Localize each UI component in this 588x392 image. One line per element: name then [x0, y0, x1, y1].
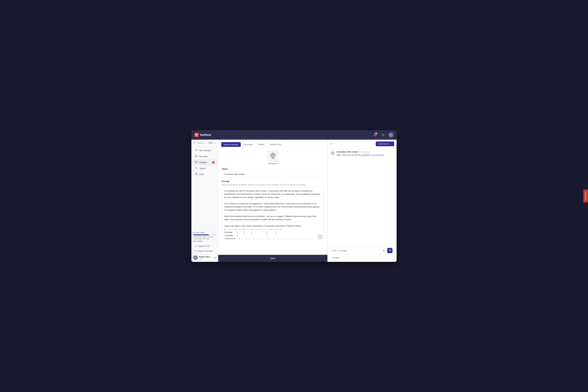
- svg-rect-1: [197, 134, 198, 135]
- my-assistant-icon: [195, 149, 198, 152]
- weather-icon[interactable]: [380, 132, 386, 138]
- feedback-tab[interactable]: Feedback: [584, 190, 588, 202]
- chat-header: ↺ Use this bot →: [328, 140, 396, 148]
- main-layout: Search ... ⌘+K « My Assistant: [192, 140, 396, 262]
- chat-message: Innovative dish creator 3 minutes ago He…: [330, 151, 394, 157]
- svg-point-4: [382, 134, 384, 136]
- sidebar-item-my-tasks[interactable]: My Tasks: [192, 154, 217, 159]
- send-button[interactable]: [387, 248, 392, 253]
- name-label: Name: [222, 168, 324, 170]
- name-input[interactable]: [222, 171, 324, 177]
- use-bot-button[interactable]: Use this bot →: [376, 142, 394, 146]
- prompt-textarea[interactable]: [222, 187, 324, 239]
- tab-widget-inbox[interactable]: Widget inbox: [268, 142, 284, 147]
- refresh-button[interactable]: ↺: [330, 142, 332, 145]
- svg-point-18: [196, 168, 196, 168]
- my-tasks-icon: [195, 155, 198, 158]
- svg-point-29: [272, 152, 273, 153]
- svg-line-11: [382, 136, 382, 136]
- support-button[interactable]: Support and Help: [193, 249, 216, 253]
- user-name: Karen's Wo ▾: [199, 256, 213, 258]
- svg-point-13: [194, 142, 195, 143]
- svg-marker-20: [194, 245, 196, 247]
- upgrade-plan-button[interactable]: Upgrade Plan: [193, 244, 216, 248]
- more-details-link[interactable]: More details →: [193, 240, 204, 242]
- svg-rect-2: [196, 135, 196, 136]
- search-icon: [194, 142, 196, 144]
- chat-sender-name: Innovative dish creator: [336, 151, 358, 153]
- settings-body: Bot avatar Name Prompt Instruct your bot…: [218, 147, 328, 255]
- app-logo: Swiftask: [194, 133, 211, 137]
- svg-rect-15: [196, 149, 197, 150]
- name-form-group: Name: [222, 168, 324, 177]
- chat-input-area: Prompts: [328, 244, 396, 262]
- projects-icon: [195, 161, 198, 164]
- microphone-button[interactable]: [382, 248, 386, 253]
- projects-badge: 2: [212, 162, 215, 164]
- topbar: Swiftask 54: [192, 130, 396, 140]
- credit-section: Current credit Remaining credit : 135 66…: [193, 232, 216, 242]
- collapse-sidebar-button[interactable]: «: [215, 142, 216, 144]
- svg-point-19: [196, 173, 197, 174]
- prompts-button[interactable]: Prompts: [330, 256, 342, 260]
- sidebar-search: Search ... ⌘+K «: [192, 140, 218, 146]
- sidebar-actions: Upgrade Plan Support and Help: [193, 244, 216, 253]
- settings-tabs: General settings Developer Widget Widget…: [218, 140, 328, 147]
- sidebar: Search ... ⌘+K « My Assistant: [192, 140, 218, 262]
- notifications-badge: 54: [375, 132, 378, 134]
- chat-text-input[interactable]: [332, 250, 380, 252]
- topbar-icons: 54 K: [372, 132, 394, 138]
- prompt-form-group: Prompt Instruct your bot on its behavior…: [222, 180, 324, 240]
- svg-rect-3: [197, 135, 198, 136]
- sidebar-item-label: My Tasks: [199, 155, 208, 158]
- bot-avatar-section: Bot avatar: [222, 151, 324, 164]
- total-credit: Total credit : 200 000: [193, 238, 216, 240]
- tab-general-settings[interactable]: General settings: [221, 142, 241, 147]
- save-bar[interactable]: Save: [218, 255, 328, 262]
- svg-point-25: [273, 155, 274, 156]
- sidebar-item-label: Agents: [199, 167, 206, 170]
- settings-gear-icon[interactable]: ⚙: [214, 256, 216, 259]
- sidebar-item-data[interactable]: Data: [192, 171, 217, 177]
- remaining-credit: Remaining credit : 135 667: [193, 236, 216, 238]
- notifications-button[interactable]: 54: [372, 132, 378, 138]
- use-bot-arrow-icon: →: [390, 143, 392, 145]
- search-shortcut: ⌘+K: [208, 142, 214, 144]
- svg-line-14: [195, 143, 196, 144]
- bot-message-avatar: [330, 151, 335, 156]
- sidebar-item-projects[interactable]: Projects 2: [192, 160, 217, 165]
- tab-developer[interactable]: Developer: [241, 142, 255, 147]
- svg-rect-23: [270, 154, 275, 157]
- tab-widget[interactable]: Widget: [256, 142, 267, 147]
- credit-bar: [193, 234, 216, 235]
- save-label: Save: [270, 257, 275, 260]
- feedback-label: Feedback: [585, 192, 587, 201]
- svg-line-12: [384, 134, 384, 134]
- chat-panel: ↺ Use this bot →: [328, 140, 396, 262]
- bot-avatar-image[interactable]: [268, 151, 278, 162]
- sidebar-item-label: Data: [199, 173, 204, 176]
- upgrade-plan-label: Upgrade Plan: [198, 245, 210, 247]
- sidebar-item-agents[interactable]: Agents: [192, 166, 217, 171]
- sidebar-item-my-assistant[interactable]: My Assistant: [192, 148, 217, 153]
- bot-avatar-label: Bot avatar: [268, 162, 277, 164]
- svg-line-7: [382, 134, 382, 134]
- prompt-textarea-wrapper: 1: [222, 187, 324, 240]
- support-label: Support and Help: [198, 250, 213, 252]
- sidebar-bottom: Current credit Remaining credit : 135 66…: [192, 230, 218, 262]
- char-counter: 1: [318, 234, 322, 238]
- svg-rect-0: [196, 134, 196, 135]
- data-icon: [195, 173, 198, 176]
- user-avatar-topbar[interactable]: K: [388, 132, 394, 138]
- use-bot-label: Use this bot: [378, 143, 389, 145]
- sidebar-item-label: Projects: [199, 161, 207, 164]
- svg-rect-27: [271, 158, 274, 159]
- chat-message-header: Innovative dish creator 3 minutes ago: [336, 151, 384, 153]
- chat-message-body: Innovative dish creator 3 minutes ago He…: [336, 151, 384, 157]
- user-plan: Free: [199, 258, 213, 260]
- chat-messages: Innovative dish creator 3 minutes ago He…: [328, 148, 396, 244]
- chat-message-time: 3 minutes ago: [360, 151, 370, 153]
- chat-message-text: Hello, here you can test me gradually as…: [336, 154, 384, 157]
- svg-point-24: [271, 155, 272, 156]
- prompt-label: Prompt: [222, 180, 324, 182]
